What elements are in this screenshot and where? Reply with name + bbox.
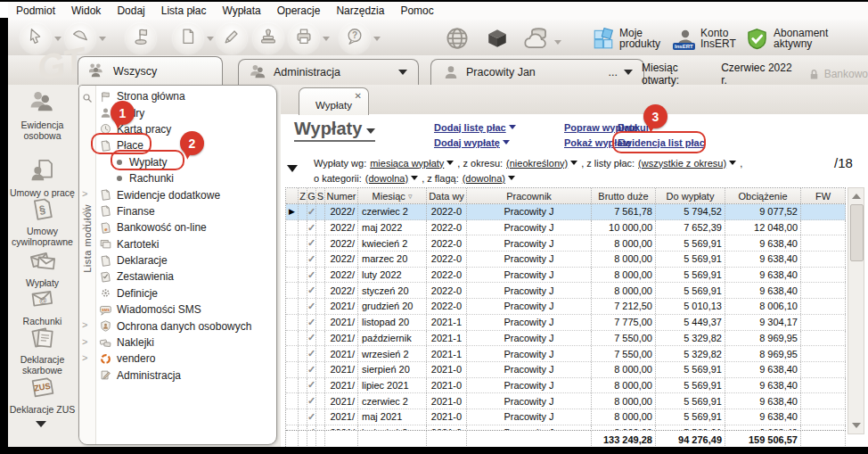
module-item-deklaracje[interactable]: Deklaracje (97, 252, 274, 268)
module-item-rachunki[interactable]: Rachunki (97, 170, 274, 186)
module-item-bankowo-on-line[interactable]: >eBankowość on-line (97, 219, 274, 235)
column-header-data-wy[interactable]: Data wy (427, 188, 467, 203)
table-row[interactable]: ✓2021/lipiec 20212021-0Pracowity J8 000,… (286, 378, 846, 394)
view-tab-pracowity-jan[interactable]: Pracowity Jan... (430, 59, 644, 85)
module-item-finanse[interactable]: >Finanse (97, 203, 274, 219)
filter-dropdown-miesi-ca-wyp-aty[interactable]: miesiąca wypłaty (370, 158, 454, 169)
table-row[interactable]: ✓2021/październik2021-1Pracowity J7 550,… (286, 331, 846, 347)
sidebar-item-umowy-cywilnoprawne[interactable]: §Umowy cywilnoprawne (8, 195, 77, 247)
toolbar-item-globe[interactable] (444, 21, 471, 55)
menu-narz-dzia[interactable]: Narzędzia (328, 3, 392, 19)
scrollbar-thumb[interactable] (850, 204, 864, 261)
module-item-vendero[interactable]: >vendero (97, 351, 274, 367)
sidebar-item-wyp-aty[interactable]: Wypłaty (8, 247, 77, 289)
table-row[interactable]: ✓2021/grudzień 202022-0Pracowity J7 212,… (286, 299, 846, 315)
column-header-selector[interactable] (286, 188, 299, 203)
table-row[interactable]: ✓2022/styczeń 202022-0Pracowity J8 000,0… (286, 283, 846, 299)
column-header-pracownik[interactable]: Pracownik (467, 188, 592, 203)
statusbar-truncated-item[interactable]: Bankowo (824, 68, 868, 80)
chevron-down-icon[interactable] (207, 37, 214, 41)
chevron-down-icon[interactable] (624, 70, 633, 75)
toolbar-item-insert-account[interactable]: InsERTKonto InsERT (675, 21, 736, 55)
sidebar-item-deklaracje-skarbowe[interactable]: Deklaracje skarbowe (8, 324, 77, 376)
module-item-ochrona-danych-osobowych[interactable]: >Ochrona danych osobowych (97, 318, 274, 334)
toolbar-button-help[interactable]: ? (340, 23, 370, 54)
expand-chevron-icon[interactable]: > (82, 352, 87, 363)
toolbar-item-shield-check[interactable]: Abonament aktywny (745, 21, 868, 55)
action-link-dodaj-list-p-ac[interactable]: Dodaj listę płac (434, 120, 516, 135)
menu-widok[interactable]: Widok (63, 3, 109, 19)
chevron-down-icon[interactable] (398, 70, 407, 75)
table-row[interactable]: ✓2022/kwiecień 22022-0Pracowity J8 000,0… (286, 235, 846, 252)
toolbar-button-document[interactable] (173, 23, 203, 54)
action-link-dodaj-wyp-at[interactable]: Dodaj wypłatę (434, 135, 516, 150)
menu-pomoc[interactable]: Pomoc (392, 3, 441, 19)
sidebar-item-deklaracje-zus[interactable]: ZUSDeklaracje ZUS (8, 374, 77, 416)
chevron-down-icon[interactable] (373, 37, 381, 41)
table-row[interactable]: ▶✓2022/czerwiec 22022-0Pracowity J7 561,… (286, 204, 846, 220)
menu-lista-p-ac[interactable]: Lista płac (153, 3, 215, 19)
filter-toggle-icon[interactable] (287, 165, 298, 172)
page-title[interactable]: Wypłaty (294, 119, 375, 142)
toolbar-button-printer[interactable] (289, 23, 319, 54)
column-header-do-wyp-aty[interactable]: Do wypłaty (656, 188, 725, 203)
chevron-down-icon[interactable] (323, 37, 330, 41)
module-item-wiadomo-ci-sms[interactable]: SMSWiadomości SMS (97, 301, 274, 318)
table-row[interactable]: ✓2022/maj 20222022-0Pracowity J10 000,00… (286, 220, 846, 236)
column-header-numer[interactable]: Numer (325, 188, 358, 203)
column-header-fw[interactable]: FW (801, 188, 846, 203)
table-row[interactable]: ✓2022/luty 20222022-0Pracowity J8 000,00… (286, 268, 846, 284)
menu-operacje[interactable]: Operacje (269, 3, 329, 19)
filter-dropdown-nieokre-lony[interactable]: (nieokreślony) (506, 158, 577, 169)
toolbar-button-flag[interactable] (126, 23, 156, 54)
filter-dropdown-wszystkie-z-okresu[interactable]: (wszystkie z okresu) (638, 158, 736, 169)
table-row[interactable]: ✓2021/sierpień 202021-0Pracowity J8 000,… (286, 362, 846, 378)
filter-dropdown-dowolna[interactable]: (dowolna) (463, 173, 515, 184)
sidebar-item-ewidencja-osobowa[interactable]: Ewidencja osobowa (8, 89, 77, 141)
menu-wyp-ata[interactable]: Wypłata (214, 3, 268, 19)
module-item-administracja[interactable]: Administracja (97, 367, 274, 384)
column-header-miesi-c[interactable]: Miesiąc▿ (358, 188, 427, 203)
pin-icon[interactable] (82, 91, 93, 107)
sidebar-more-arrow-icon[interactable] (36, 421, 46, 427)
column-header-z[interactable]: Z (299, 188, 307, 203)
table-row[interactable]: ✓2021/czerwiec 22021-0Pracowity J8 000,0… (286, 393, 846, 409)
toolbar-button-pen[interactable] (217, 23, 247, 54)
menu-dodaj[interactable]: Dodaj (109, 3, 152, 19)
column-header-s[interactable]: S (316, 188, 325, 203)
table-row[interactable]: ✓2021/maj 20212021-0Pracowity J8 000,005… (286, 409, 846, 425)
expand-chevron-icon[interactable]: > (82, 319, 87, 330)
scroll-down-icon[interactable] (852, 423, 861, 428)
sidebar-item-rachunki[interactable]: @Rachunki (8, 285, 77, 327)
chevron-down-icon[interactable] (554, 40, 561, 45)
view-tab-administracja[interactable]: Administracja (238, 59, 419, 85)
close-icon[interactable]: ✕ (355, 92, 362, 101)
expand-chevron-icon[interactable]: > (82, 205, 87, 216)
toolbar-item-products-grid[interactable]: Moje produkty (592, 21, 660, 55)
sidebar-item-umowy-o-prac[interactable]: Umowy o pracę (8, 157, 77, 199)
table-row[interactable]: ✓2021/wrzesień 22021-1Pracowity J7 550,0… (286, 346, 846, 362)
toolbar-item-cube[interactable] (486, 21, 509, 55)
column-header-brutto-du-e[interactable]: Brutto duże (592, 188, 656, 203)
table-row[interactable]: ✓2022/marzec 202022-0Pracowity J8 000,00… (286, 252, 846, 268)
toolbar-item-cloud-database[interactable] (523, 21, 561, 55)
vertical-scrollbar[interactable] (848, 187, 864, 434)
expand-chevron-icon[interactable]: > (82, 221, 87, 232)
module-item-naklejki[interactable]: >Naklejki (97, 334, 274, 351)
table-row[interactable]: ✓2021/listopad 202021-1Pracowity J7 775,… (286, 315, 846, 331)
module-item-zestawienia[interactable]: Zestawienia (97, 268, 274, 285)
column-header-obci-enie[interactable]: Obciążenie (725, 188, 801, 203)
chevron-down-icon[interactable] (54, 37, 61, 41)
chevron-down-icon[interactable] (99, 37, 106, 41)
expand-chevron-icon[interactable]: > (82, 336, 87, 347)
module-item-definicje[interactable]: Definicje (97, 285, 274, 301)
document-tab-wyplaty[interactable]: Wypłaty ✕ (299, 87, 369, 115)
toolbar-button-stamp[interactable] (253, 23, 283, 54)
menu-podmiot[interactable]: Podmiot (8, 3, 63, 19)
filter-dropdown-dowolna[interactable]: (dowolna) (365, 173, 418, 184)
column-header-g[interactable]: G (307, 188, 316, 203)
module-item-kartoteki[interactable]: Kartoteki (97, 236, 274, 252)
expand-chevron-icon[interactable]: > (82, 188, 87, 199)
scroll-up-icon[interactable] (852, 194, 861, 199)
module-item-ewidencje-dodatkowe[interactable]: >Ewidencje dodatkowe (97, 186, 274, 202)
